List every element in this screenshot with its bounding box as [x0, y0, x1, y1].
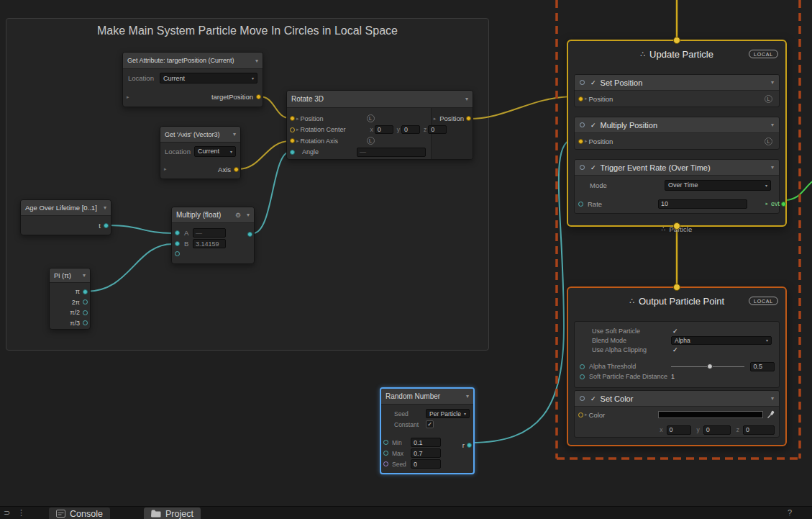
gear-icon[interactable]: ⚙ — [235, 212, 241, 219]
seed-field[interactable]: 0 — [411, 459, 441, 469]
x-field[interactable]: 0 — [375, 125, 393, 134]
block-set-color[interactable]: ✓ Set Color ▾ ▸ Color x 0 y 0 z 0 — [574, 390, 780, 438]
chevron-down-icon[interactable]: ▾ — [768, 164, 774, 171]
input-port-fade-distance[interactable] — [580, 374, 585, 379]
slider-knob[interactable] — [707, 364, 713, 369]
output-port-2pi[interactable] — [83, 299, 88, 304]
input-port-color[interactable] — [578, 412, 583, 418]
output-port-targetposition[interactable] — [256, 94, 261, 99]
soft-particle-checkbox[interactable]: ✓ — [672, 328, 678, 335]
y-field[interactable]: 0 — [703, 425, 731, 435]
chevron-down-icon[interactable]: ▾ — [768, 395, 774, 402]
expand-triangle-icon[interactable]: ▸ — [585, 96, 588, 101]
block-settings-dot[interactable] — [580, 80, 585, 85]
expand-triangle-icon[interactable]: ▸ — [585, 138, 588, 144]
vfx-graph-canvas[interactable]: Make Main System Particle Move In Circle… — [0, 0, 812, 519]
node-pi[interactable]: Pi (π) ▾ π 2π π/2 π/3 — [49, 268, 91, 330]
input-port-angle[interactable] — [290, 150, 295, 155]
block-header[interactable]: ✓ Set Color ▾ — [575, 391, 779, 407]
node-title-bar[interactable]: Age Over Lifetime [0..1] ▾ — [21, 200, 111, 216]
context-update-particle[interactable]: ∴ Update Particle LOCAL ✓ Set Position ▾… — [567, 40, 787, 227]
min-field[interactable]: 0.1 — [411, 438, 441, 447]
chevron-down-icon[interactable]: ▾ — [80, 272, 86, 279]
help-icon[interactable]: ? — [788, 508, 792, 517]
chevron-down-icon[interactable]: ▾ — [768, 79, 774, 86]
node-title-bar[interactable]: Random Number ▾ — [381, 389, 473, 405]
input-port-position[interactable] — [578, 139, 583, 144]
output-port-pi-third[interactable] — [83, 320, 88, 325]
block-settings-dot[interactable] — [580, 165, 585, 170]
context-output-particle-point[interactable]: ∴ Output Particle Point LOCAL Use Soft P… — [567, 286, 787, 446]
node-title-bar[interactable]: Get Attribute: targetPosition (Current) … — [123, 53, 263, 69]
block-enabled-checkbox[interactable]: ✓ — [590, 164, 596, 171]
edge-evt-out[interactable] — [785, 181, 812, 200]
expand-triangle-icon[interactable]: ▸ — [434, 116, 437, 122]
angle-field[interactable]: — — [357, 148, 426, 157]
node-title-bar[interactable]: Rotate 3D ▾ — [287, 91, 473, 108]
chevron-down-icon[interactable]: ▾ — [230, 131, 236, 137]
rate-field[interactable]: 10 — [658, 199, 747, 209]
chevron-down-icon[interactable]: ▾ — [462, 96, 468, 102]
input-port-min[interactable] — [383, 440, 388, 445]
expand-triangle-icon[interactable]: ▸ — [296, 127, 299, 132]
input-port-seed[interactable] — [383, 461, 388, 466]
space-local-badge[interactable]: L — [367, 137, 375, 145]
context-input-port[interactable] — [673, 37, 680, 44]
block-set-position[interactable]: ✓ Set Position ▾ ▸ Position L — [574, 74, 780, 107]
block-trigger-event-rate[interactable]: ✓ Trigger Event Rate (Over Time) ▾ Mode … — [574, 159, 780, 214]
location-dropdown[interactable]: Current ▾ — [194, 146, 236, 157]
block-header[interactable]: ✓ Trigger Event Rate (Over Time) ▾ — [575, 160, 779, 176]
mode-dropdown[interactable]: Over Time ▾ — [665, 180, 771, 191]
b-field[interactable]: 3.14159 — [193, 239, 226, 248]
node-get-attribute-targetposition[interactable]: Get Attribute: targetPosition (Current) … — [122, 52, 263, 107]
blend-mode-dropdown[interactable]: Alpha ▾ — [671, 336, 772, 345]
space-local-badge[interactable]: L — [765, 95, 772, 103]
node-random-number[interactable]: Random Number ▾ Seed Per Particle ▾ Cons… — [380, 387, 475, 474]
block-settings-dot[interactable] — [580, 122, 585, 127]
seed-mode-dropdown[interactable]: Per Particle ▾ — [426, 409, 470, 418]
chevron-down-icon[interactable]: ▾ — [252, 58, 258, 64]
context-output-port[interactable] — [673, 222, 680, 230]
collapsed-input-icon[interactable]: ▸ — [164, 166, 167, 172]
z-field[interactable]: 0 — [743, 425, 775, 435]
space-local-badge[interactable]: L — [765, 137, 772, 145]
chevron-down-icon[interactable]: ▾ — [463, 393, 469, 400]
input-port-a[interactable] — [175, 230, 180, 235]
block-multiply-position[interactable]: ✓ Multiply Position ▾ ▸ Position L — [574, 117, 780, 150]
expand-triangle-icon[interactable]: ▸ — [585, 412, 588, 418]
output-port-evt[interactable] — [781, 202, 786, 207]
output-port-position[interactable] — [466, 116, 471, 121]
block-enabled-checkbox[interactable]: ✓ — [590, 79, 596, 86]
max-field[interactable]: 0.7 — [411, 448, 441, 458]
alpha-threshold-slider[interactable] — [671, 363, 744, 370]
input-port-position[interactable] — [290, 116, 295, 121]
block-header[interactable]: ✓ Set Position ▾ — [575, 75, 779, 91]
node-get-axis[interactable]: Get 'Axis' (Vector3) ▾ Location Current … — [160, 126, 241, 179]
output-port-t[interactable] — [104, 223, 109, 228]
input-port-alpha-threshold[interactable] — [580, 364, 585, 369]
collapsed-input-icon[interactable]: ▸ — [127, 94, 129, 100]
input-port-max[interactable] — [383, 451, 388, 456]
output-port-result[interactable] — [247, 232, 252, 237]
y-field[interactable]: 0 — [401, 125, 420, 134]
chevron-down-icon[interactable]: ▾ — [101, 204, 106, 211]
a-field[interactable]: — — [193, 228, 226, 238]
expand-triangle-icon[interactable]: ▸ — [296, 116, 299, 122]
output-port-pi[interactable] — [83, 289, 88, 294]
node-title-bar[interactable]: Get 'Axis' (Vector3) ▾ — [160, 127, 240, 143]
output-port-axis[interactable] — [234, 167, 239, 172]
node-age-over-lifetime[interactable]: Age Over Lifetime [0..1] ▾ t — [20, 199, 111, 235]
input-port-rotation-axis[interactable] — [290, 138, 295, 143]
space-badge-local[interactable]: LOCAL — [749, 297, 778, 305]
output-port-r[interactable] — [467, 443, 472, 448]
menu-dots-icon[interactable]: ⋮ — [17, 508, 25, 518]
input-port-b[interactable] — [175, 241, 180, 246]
space-local-badge[interactable]: L — [367, 114, 375, 122]
output-port-pi-half[interactable] — [83, 310, 88, 315]
block-settings-dot[interactable] — [580, 396, 585, 401]
alpha-threshold-field[interactable]: 0.5 — [750, 362, 775, 371]
constant-checkbox[interactable]: ✓ — [426, 420, 434, 428]
context-input-port[interactable] — [673, 284, 680, 291]
input-port-rotation-center[interactable] — [290, 127, 295, 132]
color-swatch[interactable] — [658, 411, 763, 418]
